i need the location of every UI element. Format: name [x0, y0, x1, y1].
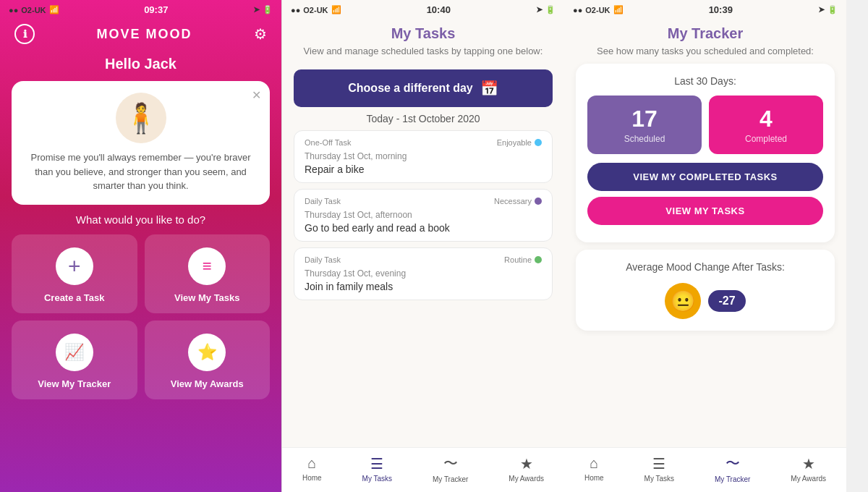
- task-time-2: Thursday 1st Oct, afternoon: [305, 210, 542, 220]
- phone1-header: ℹ MOVE MOOD ⚙: [0, 18, 281, 50]
- awards-icon-3: ★: [802, 455, 815, 472]
- view-tasks-button[interactable]: ≡ View My Tasks: [145, 234, 271, 313]
- task-card-2[interactable]: Daily Task Necessary Thursday 1st Oct, a…: [294, 189, 553, 242]
- completed-stat: 4 Completed: [709, 96, 823, 154]
- date-label: Today - 1st October 2020: [282, 113, 564, 124]
- carrier-2: O2-UK: [303, 6, 328, 14]
- task-card-3[interactable]: Daily Task Routine Thursday 1st Oct, eve…: [294, 247, 553, 300]
- task-name-1: Repair a bike: [305, 164, 542, 175]
- task-header-1: One-Off Task Enjoyable: [305, 138, 542, 147]
- status-right-1: ➤ 🔋: [253, 5, 273, 14]
- tasks-subtitle: View and manage scheduled tasks by tappi…: [297, 45, 550, 58]
- task-name-2: Go to bed early and read a book: [305, 222, 542, 234]
- greeting: Hello Jack: [0, 50, 281, 81]
- phone-3: ●● O2-UK 📶 10:39 ➤ 🔋 My Tracker See how …: [564, 0, 846, 492]
- status-right-2: ➤ 🔋: [536, 5, 556, 14]
- home-icon-3: ⌂: [590, 455, 598, 472]
- phone1-background: ●● O2-UK 📶 09:37 ➤ 🔋 ℹ MOVE MOOD ⚙ Hello…: [0, 0, 281, 492]
- task-time-3: Thursday 1st Oct, evening: [305, 268, 542, 279]
- settings-button[interactable]: ⚙: [254, 25, 267, 43]
- task-type-2: Daily Task: [305, 197, 341, 205]
- enjoyable-label: Enjoyable: [497, 138, 532, 147]
- app-title: MOVE MOOD: [96, 27, 192, 42]
- tasks-label-3: My Tasks: [644, 475, 675, 483]
- wifi-icon: 📶: [49, 5, 59, 14]
- view-tracker-label: View My Tracker: [38, 378, 111, 389]
- phone2-header: My Tasks View and manage scheduled tasks…: [282, 18, 564, 61]
- phone-1: ●● O2-UK 📶 09:37 ➤ 🔋 ℹ MOVE MOOD ⚙ Hello…: [0, 0, 282, 492]
- quote-text: Promise me you'll always remember — you'…: [23, 150, 258, 193]
- tracker-label-2: My Tracker: [433, 475, 468, 483]
- scheduled-value: 17: [595, 106, 694, 132]
- nav-awards-2[interactable]: ★ My Awards: [509, 455, 544, 483]
- task-type-1: One-Off Task: [305, 138, 351, 147]
- view-tracker-button[interactable]: 📈 View My Tracker: [12, 321, 137, 399]
- task-tag-1: Enjoyable: [497, 138, 542, 147]
- calendar-icon: 📅: [480, 80, 498, 97]
- task-tag-2: Necessary: [494, 197, 542, 205]
- tracker-card: Last 30 Days: 17 Scheduled 4 Completed V…: [576, 64, 835, 242]
- nav-tracker-2[interactable]: 〜 My Tracker: [433, 454, 468, 483]
- close-button[interactable]: ✕: [252, 88, 261, 102]
- carrier-3: O2-UK: [585, 6, 610, 14]
- section-label: What would you like to do?: [0, 213, 281, 226]
- completed-value: 4: [716, 106, 816, 132]
- mood-card: Average Mood Change After Tasks: 😐 -27: [576, 250, 835, 331]
- view-tracker-icon: 📈: [56, 334, 93, 371]
- view-completed-button[interactable]: VIEW MY COMPLETED TASKS: [587, 163, 823, 191]
- view-tasks-button-3[interactable]: VIEW MY TASKS: [587, 197, 823, 225]
- nav-awards-3[interactable]: ★ My Awards: [791, 455, 826, 483]
- signal-icon: ●●: [9, 6, 18, 14]
- tasks-icon-2: ☰: [370, 455, 383, 472]
- choose-day-label: Choose a different day: [348, 82, 472, 95]
- create-task-label: Create a Task: [44, 292, 105, 303]
- enjoyable-dot: [535, 139, 542, 146]
- tasks-title: My Tasks: [297, 25, 550, 42]
- tracker-subtitle: See how many tasks you scheduled and com…: [579, 45, 832, 58]
- bottom-nav-2: ⌂ Home ☰ My Tasks 〜 My Tracker ★ My Awar…: [282, 447, 564, 492]
- info-button[interactable]: ℹ: [14, 24, 35, 44]
- completed-label: Completed: [716, 134, 816, 144]
- stats-row: 17 Scheduled 4 Completed: [587, 96, 823, 154]
- tasks-label-2: My Tasks: [362, 475, 393, 483]
- mood-title: Average Mood Change After Tasks:: [587, 261, 823, 273]
- location-icon-1: ➤: [253, 5, 260, 14]
- awards-label-2: My Awards: [509, 475, 544, 483]
- nav-home-3[interactable]: ⌂ Home: [584, 455, 604, 482]
- time-1: 09:37: [144, 4, 168, 15]
- phone-2: ●● O2-UK 📶 10:40 ➤ 🔋 My Tasks View and m…: [282, 0, 564, 492]
- tracker-label-3: My Tracker: [715, 475, 750, 483]
- scheduled-stat: 17 Scheduled: [587, 96, 702, 154]
- task-type-3: Daily Task: [305, 255, 341, 264]
- view-awards-button[interactable]: ⭐ View My Awards: [145, 321, 271, 399]
- home-label-2: Home: [302, 474, 322, 482]
- scheduled-label: Scheduled: [595, 134, 694, 144]
- task-card-1[interactable]: One-Off Task Enjoyable Thursday 1st Oct,…: [294, 130, 553, 183]
- task-header-2: Daily Task Necessary: [305, 197, 542, 205]
- choose-day-button[interactable]: Choose a different day 📅: [294, 69, 553, 107]
- routine-label: Routine: [504, 255, 532, 264]
- home-icon-2: ⌂: [307, 455, 316, 472]
- avatar: 🧍: [116, 93, 166, 143]
- status-left-3: ●● O2-UK 📶: [573, 5, 624, 14]
- mood-row: 😐 -27: [587, 283, 823, 319]
- battery-icon-2: 🔋: [545, 5, 556, 14]
- time-3: 10:39: [709, 4, 733, 15]
- nav-tracker-3[interactable]: 〜 My Tracker: [715, 454, 750, 483]
- view-awards-label: View My Awards: [171, 378, 244, 389]
- task-header-3: Daily Task Routine: [305, 255, 542, 264]
- necessary-label: Necessary: [494, 197, 532, 205]
- phone2-background: My Tasks View and manage scheduled tasks…: [282, 18, 564, 492]
- nav-tasks-2[interactable]: ☰ My Tasks: [362, 455, 393, 483]
- awards-label-3: My Awards: [791, 475, 826, 483]
- wifi-icon-2: 📶: [331, 5, 341, 14]
- nav-tasks-3[interactable]: ☰ My Tasks: [644, 455, 675, 483]
- signal-icon-2: ●●: [291, 6, 300, 14]
- awards-icon-2: ★: [520, 455, 533, 472]
- necessary-dot: [535, 198, 542, 205]
- mood-score: -27: [708, 290, 745, 312]
- nav-home-2[interactable]: ⌂ Home: [302, 455, 322, 482]
- create-task-button[interactable]: + Create a Task: [12, 234, 137, 313]
- view-awards-icon: ⭐: [188, 334, 226, 371]
- carrier-1: O2-UK: [21, 6, 46, 14]
